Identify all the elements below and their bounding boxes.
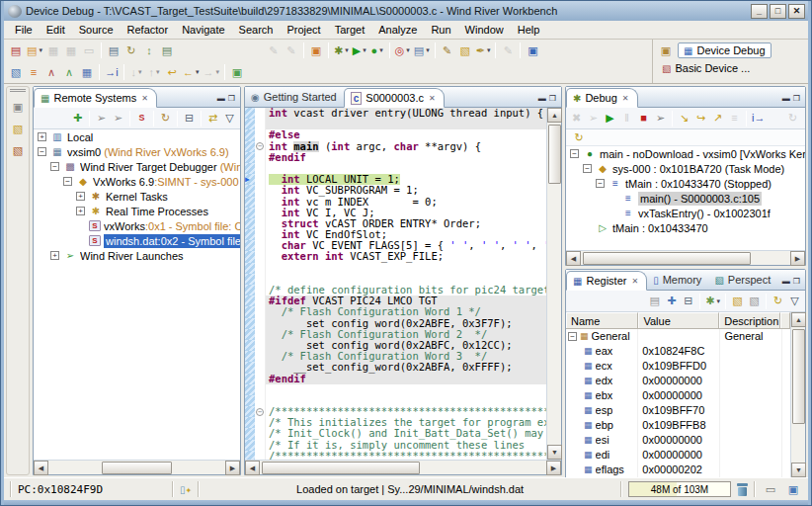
debug-hscrollbar[interactable]: ◀ ▶ [566, 250, 805, 265]
dropdown-arrow-icon[interactable]: ▾ [196, 68, 200, 76]
tree-expander-icon[interactable]: + [50, 251, 59, 260]
register-row[interactable]: ▦eflags0x00000202 [566, 463, 790, 477]
dropdown-arrow-icon[interactable]: ▾ [487, 46, 491, 54]
remote-console-button[interactable]: ▣ [784, 480, 802, 498]
code-line[interactable]: int VC_SUBPROGRAM = 1; [245, 185, 546, 196]
layout-button[interactable]: ✱▾ [703, 293, 722, 309]
code-line[interactable]: /***************************************… [245, 451, 546, 460]
code-line[interactable] [245, 274, 546, 285]
tree-item[interactable]: −●main - noDownload - vxsim0 [VxWorks Ke… [566, 146, 805, 161]
edit-config-button[interactable]: ✎ [439, 42, 456, 59]
register-row[interactable]: ▦ebp0x109BFFB8 [566, 418, 790, 433]
code-line[interactable]: ▶ int LOCAL_UNIT = 1; [245, 174, 546, 185]
run-launch-button[interactable]: ▶▾ [351, 42, 368, 59]
tab-s0000003-c[interactable]: cS0000003.c✕ [344, 88, 445, 108]
tree-item[interactable]: −▩Wind River Target Debugger (Wind Riv [34, 159, 240, 174]
register-row[interactable]: ▦esp0x109BFF70 [566, 403, 790, 418]
tree-item[interactable]: −≡tMain : 0x10433470 (Stopped) [566, 176, 805, 191]
last-edit-location-button[interactable]: ↩ [163, 63, 181, 81]
minimize-view-icon[interactable]: ▬ [782, 278, 790, 286]
disconnect-button[interactable]: ➢ [652, 110, 669, 126]
menu-window[interactable]: Window [458, 22, 511, 38]
tree-expander-icon[interactable]: + [38, 132, 46, 141]
register-row[interactable]: ▦eax0x10824F8C [566, 344, 790, 359]
table-view-button[interactable]: ▦ [78, 63, 96, 81]
code-line[interactable]: /* This initializes the target for progr… [245, 417, 546, 428]
back-button[interactable]: ←▾ [181, 63, 202, 81]
tree-item[interactable]: −▦vxsim0 (Wind River VxWorks 6.9) [34, 144, 240, 159]
code-line[interactable] [245, 163, 546, 174]
register-row[interactable]: ▦edx0x00000000 [566, 374, 790, 388]
menu-run[interactable]: Run [424, 22, 457, 38]
dropdown-arrow-icon[interactable]: ▾ [138, 68, 142, 76]
dropdown-arrow-icon[interactable]: ▾ [406, 46, 410, 54]
profile-launch-button[interactable]: ●▾ [368, 42, 386, 59]
dropdown-arrow-icon[interactable]: ▾ [156, 68, 160, 76]
tree-expander-icon[interactable]: − [596, 179, 605, 188]
tree-expander-icon[interactable]: − [570, 149, 579, 158]
view-menu-button[interactable]: ▽ [221, 110, 238, 126]
edit-register-group-button[interactable]: ▧ [746, 293, 763, 309]
open-workspace-button[interactable]: ▧ [456, 42, 474, 59]
tab-memory[interactable]: ▯Memory [647, 270, 708, 290]
tree-item[interactable]: +▥Local [34, 129, 240, 144]
tree-expander-icon[interactable]: + [76, 207, 85, 215]
refresh-button[interactable]: ↻ [157, 110, 174, 126]
code-line[interactable]: /* Flash Configuration Word 1 */ [245, 306, 546, 317]
dropdown-arrow-icon[interactable]: ▾ [426, 46, 430, 54]
collapse-all-button[interactable]: ⊟ [680, 293, 696, 309]
code-editor[interactable]: int vcast_driver_entry(ULONG thread_inpu… [245, 108, 546, 460]
minimize-view-icon[interactable]: ▬ [538, 95, 546, 103]
dropdown-arrow-icon[interactable]: ▾ [363, 46, 366, 54]
maximize-view-icon[interactable]: ❒ [549, 95, 556, 103]
code-line[interactable] [245, 395, 546, 406]
perspective-device-debug[interactable]: ▦ Device Debug [678, 42, 771, 58]
menu-project[interactable]: Project [280, 22, 327, 38]
tree-item[interactable]: +✱Real Time Processes [34, 204, 240, 218]
tree-expander-icon[interactable]: − [568, 332, 577, 341]
perspective-basic-device[interactable]: ▧ Basic Device ... [657, 61, 755, 75]
code-line[interactable]: /* Flash Configuration Word 3 */ [245, 351, 546, 362]
build-project-button[interactable]: ↻ [122, 42, 140, 59]
new-register-group-button[interactable]: ▧ [729, 293, 746, 309]
project-explorer-fastview-button[interactable]: ▧ [9, 120, 27, 137]
scroll-left-icon[interactable]: ◀ [245, 461, 260, 475]
code-line[interactable]: #endif [245, 374, 546, 384]
fold-collapse-icon[interactable]: − [256, 408, 264, 416]
refresh-button[interactable]: ↻ [770, 293, 786, 309]
code-line[interactable]: __set_config_word(0x2ABFA, 0xFFFF); [245, 362, 546, 373]
search-browse-button[interactable]: ▧ [7, 63, 25, 81]
register-row[interactable]: ▦esi0x00000000 [566, 433, 790, 448]
menu-file[interactable]: File [8, 22, 40, 38]
highlighter-button[interactable]: ✒▾ [474, 42, 493, 59]
minimize-view-icon[interactable]: ▬ [782, 95, 790, 103]
new-wizard-button[interactable]: ▤▾ [25, 42, 44, 59]
tree-item[interactable]: −◆VxWorks 6.9:SIMNT - sys-000 [34, 174, 240, 189]
menu-search[interactable]: Search [232, 22, 281, 38]
menu-analyze[interactable]: Analyze [371, 22, 424, 38]
dropdown-arrow-icon[interactable]: ▾ [39, 46, 42, 54]
close-icon[interactable]: ✕ [621, 94, 630, 103]
maximize-view-icon[interactable]: ❒ [793, 95, 800, 103]
tree-item[interactable]: ▷tMain : 0x10433470 [566, 220, 805, 235]
terminate-button[interactable]: ■ [635, 110, 652, 126]
new-vxworks-image-button[interactable]: ▤ [7, 42, 25, 59]
column-header-extra[interactable] [780, 312, 790, 328]
scroll-up-icon[interactable]: ▲ [791, 312, 806, 327]
fast-view-toggle-button[interactable]: ▭ [762, 480, 779, 498]
build-all-button[interactable]: ↕ [140, 42, 158, 59]
menu-navigate[interactable]: Navigate [175, 22, 231, 38]
code-line[interactable]: #else [245, 129, 546, 140]
register-row[interactable]: ▦ebx0x00000000 [566, 388, 790, 403]
dropdown-arrow-icon[interactable]: ▾ [345, 46, 349, 54]
dropdown-arrow-icon[interactable]: ▾ [216, 68, 220, 76]
code-line[interactable]: /* define configuration bits for pic24 t… [245, 285, 546, 295]
debug-launch-button[interactable]: ✱▾ [332, 42, 351, 59]
code-line[interactable]: int vc_m_INDEX = 0; [245, 197, 546, 208]
console-button[interactable]: ▣ [524, 42, 541, 59]
tree-expander-icon[interactable]: − [63, 177, 72, 186]
code-line[interactable]: __set_config_word(0x2ABFC, 0x12CC); [245, 340, 546, 351]
terminal-button[interactable]: ▣ [307, 42, 325, 59]
open-perspective-button[interactable]: ▣ [657, 42, 675, 59]
code-line[interactable]: −int main (int argc, char **argv) { [245, 141, 546, 152]
